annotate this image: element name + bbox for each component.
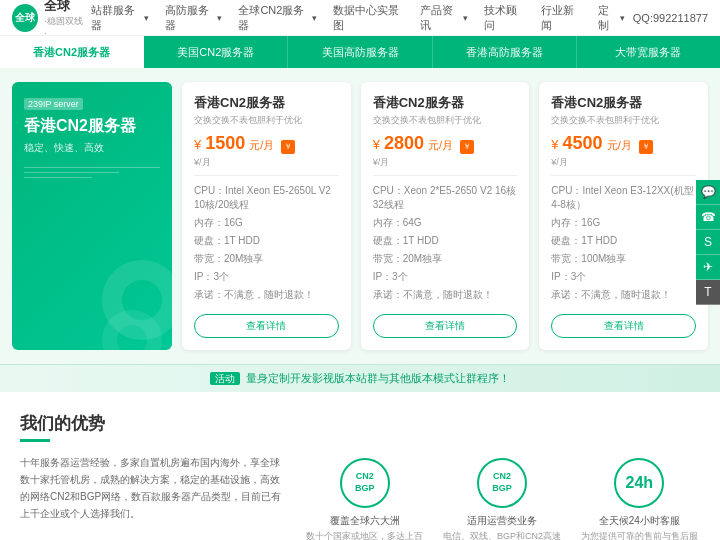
price-row: ¥ 1500 元/月 ￥ <box>194 133 339 154</box>
spec-label: CPU：Intel Xeon E3-12XX(机型4-8核） <box>551 184 696 212</box>
tab-美国高防服务器[interactable]: 美国高防服务器 <box>288 36 432 68</box>
cards-container: 香港CN2服务器 交换交换不表包胆利于优化 ¥ 1500 元/月 ￥ ¥/月 C… <box>182 82 708 350</box>
card-divider <box>373 175 518 176</box>
price-unit: 元/月 <box>428 138 453 153</box>
nav-item-技术顾问[interactable]: 技术顾问 <box>476 0 533 36</box>
nav-menu: 站群服务器高防服务器全球CN2服务器数据中心实景图产品资讯技术顾问行业新闻定制 <box>83 0 633 36</box>
adv-icon-circle: CN2BGP <box>477 458 527 508</box>
left-banner: 239IP server 香港CN2服务器 稳定、快速、高效 <box>12 82 172 350</box>
detail-button[interactable]: 查看详情 <box>373 314 518 338</box>
sidebar-icon-symbol: S <box>704 235 712 249</box>
product-card-1: 香港CN2服务器 交换交换不表包胆利于优化 ¥ 2800 元/月 ￥ ¥/月 C… <box>361 82 530 350</box>
price-unit: 元/月 <box>249 138 274 153</box>
spec-label: 带宽：20M独享 <box>194 252 263 266</box>
adv-icon-sub: 为您提供可靠的售前与售后服务 <box>579 530 700 540</box>
banner-line-2 <box>24 172 119 173</box>
price-original: ¥/月 <box>194 156 339 169</box>
advantages-title-bar <box>20 439 50 442</box>
nav-item-产品资讯[interactable]: 产品资讯 <box>412 0 475 36</box>
tab-大带宽服务器[interactable]: 大带宽服务器 <box>577 36 720 68</box>
adv-icon-circle: 24h <box>614 458 664 508</box>
nav-item-高防服务器[interactable]: 高防服务器 <box>157 0 231 36</box>
nav-item-全球CN2服务器[interactable]: 全球CN2服务器 <box>230 0 324 36</box>
spec-item: CPU：Intel Xeon E3-12XX(机型4-8核） <box>551 182 696 214</box>
price-amount: 2800 <box>384 133 424 154</box>
spec-item: IP：3个 <box>194 268 339 286</box>
spec-item: 内存：16G <box>551 214 696 232</box>
spec-item: IP：3个 <box>373 268 518 286</box>
sidebar-icon-symbol: 💬 <box>701 185 716 199</box>
advantages-section: 我们的优势 十年服务器运营经验，多家自置机房遍布国内海外，享全球数十家托管机房，… <box>0 392 720 540</box>
card-title: 香港CN2服务器 <box>373 94 518 112</box>
spec-label: 承诺：不满意，随时退款！ <box>194 288 314 302</box>
spec-label: IP：3个 <box>551 270 586 284</box>
spec-item: 内存：64G <box>373 214 518 232</box>
tab-美国CN2服务器[interactable]: 美国CN2服务器 <box>144 36 288 68</box>
price-tag: ￥ <box>460 140 474 154</box>
price-row: ¥ 2800 元/月 ￥ <box>373 133 518 154</box>
product-card-0: 香港CN2服务器 交换交换不表包胆利于优化 ¥ 1500 元/月 ￥ ¥/月 C… <box>182 82 351 350</box>
sidebar-icon-0[interactable]: 💬 <box>696 180 720 205</box>
tab-bar: 香港CN2服务器美国CN2服务器美国高防服务器香港高防服务器大带宽服务器 <box>0 36 720 68</box>
adv-icon-label: 适用运营类业务 <box>441 514 562 528</box>
sidebar-icon-3[interactable]: ✈ <box>696 255 720 280</box>
advantages-grid: 十年服务器运营经验，多家自置机房遍布国内海外，享全球数十家托管机房，成熟的解决方… <box>20 454 700 540</box>
advantage-icon-2: 24h 全天候24小时客服 为您提供可靠的售前与售后服务 <box>579 458 700 540</box>
price-amount: 4500 <box>563 133 603 154</box>
spec-item: 带宽：20M独享 <box>194 250 339 268</box>
card-title: 香港CN2服务器 <box>194 94 339 112</box>
logo-sub: ·稳固双线· <box>44 15 83 38</box>
adv-icon-sub: 电信、双线、BGP和CN2高速网络 <box>441 530 562 540</box>
spec-label: CPU：Xeon 2*E5-2650 V2 16核32线程 <box>373 184 518 212</box>
nav-item-数据中心实景图[interactable]: 数据中心实景图 <box>325 0 413 36</box>
spec-label: 带宽：100M独享 <box>551 252 626 266</box>
spec-label: 内存：64G <box>373 216 422 230</box>
logo: 全球 全球 ·稳固双线· <box>12 0 83 38</box>
spec-label: 带宽：20M独享 <box>373 252 442 266</box>
nav-item-定制[interactable]: 定制 <box>590 0 633 36</box>
sidebar-icons: 💬☎S✈T <box>696 180 720 305</box>
spec-label: 内存：16G <box>551 216 600 230</box>
nav-item-站群服务器[interactable]: 站群服务器 <box>83 0 157 36</box>
card-divider <box>194 175 339 176</box>
card-desc: 交换交换不表包胆利于优化 <box>373 114 518 127</box>
sidebar-icon-symbol: ☎ <box>701 210 716 224</box>
spec-item: 内存：16G <box>194 214 339 232</box>
banner-line-3 <box>24 177 92 178</box>
card-divider <box>551 175 696 176</box>
banner-title: 香港CN2服务器 <box>24 116 160 137</box>
sidebar-icon-4[interactable]: T <box>696 280 720 305</box>
spec-label: 硬盘：1T HDD <box>551 234 617 248</box>
price-row: ¥ 4500 元/月 ￥ <box>551 133 696 154</box>
detail-button[interactable]: 查看详情 <box>194 314 339 338</box>
detail-button[interactable]: 查看详情 <box>551 314 696 338</box>
spec-item: 硬盘：1T HDD <box>373 232 518 250</box>
card-desc: 交换交换不表包胆利于优化 <box>194 114 339 127</box>
nav-item-行业新闻[interactable]: 行业新闻 <box>533 0 590 36</box>
banner-tag: 239IP server <box>24 98 83 110</box>
price-tag: ￥ <box>639 140 653 154</box>
card-desc: 交换交换不表包胆利于优化 <box>551 114 696 127</box>
adv-icon-label: 全天候24小时客服 <box>579 514 700 528</box>
spec-label: 内存：16G <box>194 216 243 230</box>
spec-item: 带宽：100M独享 <box>551 250 696 268</box>
spec-item: 硬盘：1T HDD <box>194 232 339 250</box>
price-currency: ¥ <box>194 137 201 152</box>
logo-text: 全球 <box>44 0 83 15</box>
advantages-description: 十年服务器运营经验，多家自置机房遍布国内海外，享全球数十家托管机房，成熟的解决方… <box>20 454 304 540</box>
spec-item: CPU：Xeon 2*E5-2650 V2 16核32线程 <box>373 182 518 214</box>
sidebar-icon-2[interactable]: S <box>696 230 720 255</box>
sidebar-icon-symbol: T <box>704 285 711 299</box>
spec-label: 承诺：不满意，随时退款！ <box>551 288 671 302</box>
price-original: ¥/月 <box>373 156 518 169</box>
advantages-title: 我们的优势 <box>20 412 700 435</box>
price-original: ¥/月 <box>551 156 696 169</box>
advantages-icons: CN2BGP 覆盖全球六大洲 数十个国家或地区，多达上百台机房 CN2BGP 适… <box>304 454 700 540</box>
card-title: 香港CN2服务器 <box>551 94 696 112</box>
spec-item: 承诺：不满意，随时退款！ <box>551 286 696 304</box>
sidebar-icon-1[interactable]: ☎ <box>696 205 720 230</box>
spec-label: 硬盘：1T HDD <box>194 234 260 248</box>
tab-香港高防服务器[interactable]: 香港高防服务器 <box>433 36 577 68</box>
tab-香港CN2服务器[interactable]: 香港CN2服务器 <box>0 36 144 68</box>
price-currency: ¥ <box>373 137 380 152</box>
